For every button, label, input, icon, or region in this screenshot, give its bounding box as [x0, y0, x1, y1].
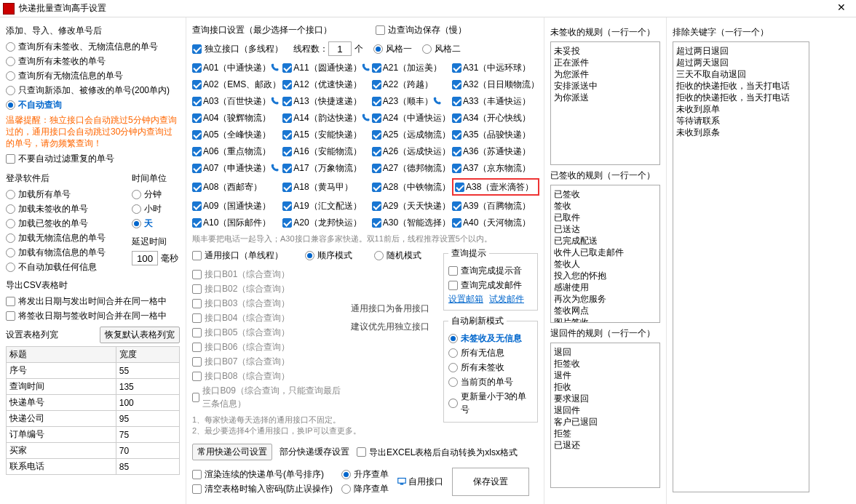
auto-refresh-radio[interactable]: 更新量小于3的单号: [448, 390, 533, 416]
after-login-radio[interactable]: 加载已签收的单号: [6, 217, 132, 230]
iface-checkbox[interactable]: A31（中远环球）: [452, 61, 539, 74]
return-rule-text[interactable]: 退回 拒签收 退件 拒收 要求退回 退回件 客户已退回 拒签 已退还: [550, 343, 660, 488]
iface-checkbox[interactable]: A01（中通快递）: [192, 61, 281, 74]
gen-iface-checkbox[interactable]: 接口B07（综合查询）: [192, 355, 343, 368]
iface-checkbox[interactable]: A26（远成快运）: [372, 145, 451, 158]
iface-checkbox[interactable]: A09（国通快递）: [192, 199, 281, 212]
table-row[interactable]: 联系电话85: [7, 459, 180, 475]
style1-radio[interactable]: 风格一: [373, 42, 412, 55]
iface-checkbox[interactable]: A35（品骏快递）: [452, 128, 539, 141]
iface-checkbox[interactable]: A02（EMS、邮政）: [192, 78, 281, 91]
iface-checkbox[interactable]: A28（中铁物流）: [372, 178, 451, 196]
iface-checkbox[interactable]: A15（安能快递）: [282, 128, 370, 141]
save-button[interactable]: 保存设置: [452, 468, 529, 496]
tip-sound[interactable]: 查询完成提示音: [448, 264, 533, 277]
independent-iface[interactable]: 独立接口（多线程）: [192, 42, 283, 55]
iface-checkbox[interactable]: A33（丰通快运）: [452, 95, 539, 108]
iface-checkbox[interactable]: A14（韵达快递）: [282, 111, 370, 124]
after-add-radio[interactable]: 不自动查询: [6, 98, 180, 111]
auto-refresh-radio[interactable]: 未签收及无信息: [448, 332, 533, 345]
after-login-radio[interactable]: 加载未签收的单号: [6, 202, 132, 215]
seq-mode[interactable]: 顺序模式: [305, 249, 352, 262]
table-row[interactable]: 查询时间135: [7, 379, 180, 395]
desc-sort[interactable]: 降序查单: [341, 482, 389, 495]
iface-checkbox[interactable]: A22（跨越）: [372, 78, 451, 91]
after-login-radio[interactable]: 加载所有单号: [6, 188, 132, 201]
tip-mail[interactable]: 查询完成发邮件: [448, 279, 533, 292]
iface-checkbox[interactable]: A34（开心快线）: [452, 111, 539, 124]
table-row[interactable]: 买家70: [7, 443, 180, 459]
after-login-radio[interactable]: 不自动加载任何信息: [6, 260, 132, 273]
test-mail-link[interactable]: 试发邮件: [489, 293, 524, 305]
general-iface[interactable]: 通用接口（单线程）: [192, 249, 283, 262]
iface-checkbox[interactable]: A07（申通快递）: [192, 161, 281, 175]
after-login-radio[interactable]: 加载有物流信息的单号: [6, 246, 132, 259]
table-row[interactable]: 快递公司95: [7, 411, 180, 427]
delay-input[interactable]: [132, 251, 158, 265]
iface-checkbox[interactable]: A29（天天快递）: [372, 199, 451, 212]
close-icon[interactable]: ✕: [830, 1, 853, 16]
time-unit-radio[interactable]: 天: [132, 217, 180, 230]
iface-checkbox[interactable]: A32（日日顺物流）: [452, 78, 539, 91]
thread-count-input[interactable]: [328, 41, 352, 56]
after-add-radio[interactable]: 只查询新添加、被修改的单号(200单内): [6, 84, 180, 97]
gen-iface-checkbox[interactable]: 接口B01（综合查询）: [192, 268, 343, 281]
auto-refresh-radio[interactable]: 所有未签收: [448, 361, 533, 374]
asc-sort[interactable]: 升序查单: [341, 468, 389, 481]
iface-checkbox[interactable]: A25（远成物流）: [372, 128, 451, 141]
self-iface[interactable]: 自用接口: [397, 475, 443, 488]
iface-checkbox[interactable]: A10（国际邮件）: [192, 216, 281, 229]
unsigned-rule-text[interactable]: 未妥投 正在派件 为您派件 安排派送中 为你派送: [550, 41, 660, 165]
table-row[interactable]: 快递单号100: [7, 395, 180, 411]
reset-width-button[interactable]: 恢复默认表格列宽: [100, 327, 180, 343]
iface-checkbox[interactable]: A40（天河物流）: [452, 216, 539, 229]
gen-iface-checkbox[interactable]: 接口B08（综合查询）: [192, 369, 343, 383]
signed-rule-text[interactable]: 已签收 签收 已取件 已送达 已完成配送 收件人已取走邮件 签收人 投入您的怀抱…: [550, 185, 660, 323]
iface-checkbox[interactable]: A08（西邮寄）: [192, 178, 281, 196]
style2-radio[interactable]: 风格二: [422, 42, 461, 55]
rand-mode[interactable]: 随机模式: [374, 249, 421, 262]
auto-refresh-radio[interactable]: 所有无信息: [448, 346, 533, 359]
iface-checkbox[interactable]: A23（顺丰）: [372, 95, 451, 108]
after-login-radio[interactable]: 加载无物流信息的单号: [6, 231, 132, 244]
iface-checkbox[interactable]: A17（万象物流）: [282, 161, 370, 175]
iface-checkbox[interactable]: A12（优速快递）: [282, 78, 370, 91]
exclude-text[interactable]: 超过两日退回 超过两天退回 三天不取自动退回 拒收的快递拒收，当天打电话 拒收的…: [673, 41, 809, 492]
iface-checkbox[interactable]: A05（全峰快递）: [192, 128, 281, 141]
time-unit-radio[interactable]: 分钟: [132, 188, 180, 201]
gen-iface-checkbox[interactable]: 接口B05（综合查询）: [192, 326, 343, 339]
after-add-radio[interactable]: 查询所有未签收、无物流信息的单号: [6, 40, 180, 53]
iface-checkbox[interactable]: A39（百腾物流）: [452, 199, 539, 212]
save-while-query[interactable]: 边查询边保存（慢）: [376, 23, 467, 36]
common-company-button[interactable]: 常用快递公司设置: [192, 444, 272, 460]
xlsx-convert[interactable]: 导出EXCEL表格后自动转换为xlsx格式: [357, 446, 518, 459]
set-mail-link[interactable]: 设置邮箱: [448, 293, 483, 305]
csv-merge-send[interactable]: 将发出日期与发出时间合并在同一格中: [6, 295, 180, 308]
gen-iface-checkbox[interactable]: 接口B09（综合查询，只能查询最后三条信息）: [192, 384, 343, 410]
auto-refresh-radio[interactable]: 当前页的单号: [448, 375, 533, 388]
gen-iface-checkbox[interactable]: 接口B06（综合查询）: [192, 340, 343, 353]
iface-checkbox[interactable]: A11（圆通快递）: [282, 61, 370, 74]
iface-checkbox[interactable]: A30（智能选择）: [372, 216, 451, 229]
table-row[interactable]: 订单编号75: [7, 427, 180, 443]
iface-checkbox[interactable]: A37（京东物流）: [452, 161, 539, 175]
csv-merge-sign[interactable]: 将签收日期与签收时间合并在同一格中: [6, 309, 180, 322]
iface-checkbox[interactable]: A27（德邦物流）: [372, 161, 451, 175]
gen-iface-checkbox[interactable]: 接口B02（综合查询）: [192, 282, 343, 295]
iface-checkbox[interactable]: A03（百世快递）: [192, 95, 281, 108]
gen-iface-checkbox[interactable]: 接口B03（综合查询）: [192, 297, 343, 310]
iface-checkbox[interactable]: A38（壹米滴答）: [452, 178, 539, 196]
no-dedup-checkbox[interactable]: 不要自动过滤重复的单号: [6, 152, 180, 165]
iface-checkbox[interactable]: A24（中通快运）: [372, 111, 451, 124]
iface-checkbox[interactable]: A19（汇文配送）: [282, 199, 370, 212]
iface-checkbox[interactable]: A21（加运美）: [372, 61, 451, 74]
table-row[interactable]: 序号55: [7, 363, 180, 379]
gen-iface-checkbox[interactable]: 接口B04（综合查询）: [192, 311, 343, 324]
iface-checkbox[interactable]: A04（骏辉物流）: [192, 111, 281, 124]
time-unit-radio[interactable]: 小时: [132, 202, 180, 215]
after-add-radio[interactable]: 查询所有未签收的单号: [6, 55, 180, 68]
iface-checkbox[interactable]: A20（龙邦快运）: [282, 216, 370, 229]
iface-checkbox[interactable]: A06（重点物流）: [192, 145, 281, 158]
render-continuous[interactable]: 渲染连续的快递单号(单号排序): [192, 468, 333, 481]
after-add-radio[interactable]: 查询所有无物流信息的单号: [6, 69, 180, 82]
